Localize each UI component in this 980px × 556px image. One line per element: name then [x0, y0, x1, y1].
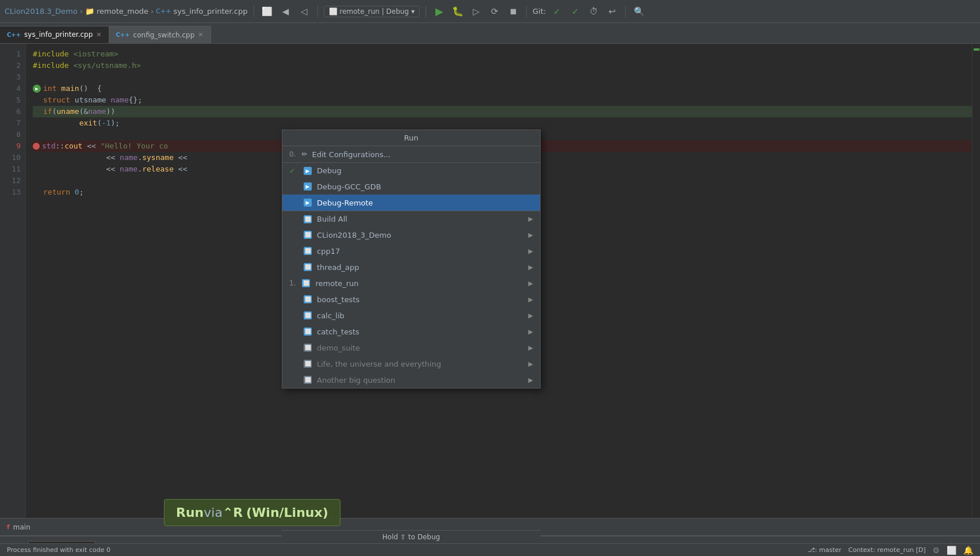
menu-icon-thread-app: ⬜ — [303, 262, 312, 272]
menu-item-debug-remote[interactable]: ▶ Debug-Remote — [282, 195, 540, 211]
menu-icon-boost-tests: ⬜ — [303, 295, 312, 304]
menu-item-debug-gcc[interactable]: ▶ Debug-GCC_GDB — [282, 178, 540, 195]
tooltip-shortcut: ⌃ — [223, 505, 233, 520]
menu-debug-remote-label: Debug-Remote — [317, 199, 373, 207]
calc-lib-arrow-icon: ▶ — [529, 312, 533, 319]
hold-debug-bar: Hold ⇧ to Debug — [282, 530, 541, 543]
menu-item-catch-tests[interactable]: ⬜ catch_tests ▶ — [282, 323, 540, 340]
menu-item-demo-suite[interactable]: ⬜ demo_suite ▶ — [282, 340, 540, 356]
menu-icon-remote-run: ⬜ — [301, 279, 311, 288]
menu-icon-debug: ▶ — [303, 166, 312, 176]
menu-icon-debug-remote: ▶ — [303, 198, 312, 207]
life-universe-arrow-icon: ▶ — [529, 360, 533, 368]
menu-item-calc-lib[interactable]: ⬜ calc_lib ▶ — [282, 307, 540, 323]
arrow-icon: ▶ — [529, 215, 533, 223]
menu-item-boost-tests[interactable]: ⬜ boost_tests ▶ — [282, 291, 540, 307]
tooltip-via: via — [204, 505, 223, 520]
menu-icon-debug-gcc: ▶ — [303, 182, 312, 191]
menu-icon-calc-lib: ⬜ — [303, 311, 312, 320]
dropdown-overlay[interactable]: Run 0. ✏️ Edit Configurations... ✓ ▶ Deb… — [0, 0, 980, 556]
menu-item-thread-app[interactable]: ⬜ thread_app ▶ — [282, 259, 540, 275]
tooltip-platform: (Win/Linux) — [246, 505, 328, 520]
check-icon: ✓ — [289, 167, 298, 175]
menu-item-clion-demo[interactable]: ⬜ CLion2018_3_Demo ▶ — [282, 227, 540, 243]
menu-debug-gcc-label: Debug-GCC_GDB — [317, 182, 381, 191]
run-dropdown-menu: Run 0. ✏️ Edit Configurations... ✓ ▶ Deb… — [282, 130, 541, 389]
another-big-arrow-icon: ▶ — [529, 376, 533, 384]
menu-item-remote-run[interactable]: 1. ⬜ remote_run ▶ — [282, 275, 540, 291]
remote-run-arrow-icon: ▶ — [529, 280, 533, 287]
menu-icon-build-all: ⬜ — [303, 215, 312, 224]
menu-debug-label: Debug — [317, 166, 342, 175]
menu-icon-another-big: ⬜ — [303, 375, 312, 384]
hold-debug-text: Hold ⇧ to Debug — [382, 533, 440, 541]
menu-thread-app-label: thread_app — [317, 263, 359, 272]
tooltip-bar: Run via ⌃ R (Win/Linux) — [164, 499, 340, 526]
menu-item-edit-config[interactable]: 0. ✏️ Edit Configurations... — [282, 146, 540, 162]
menu-remote-run-label: remote_run — [315, 279, 358, 288]
tooltip-key: R — [233, 505, 243, 520]
cpp17-arrow-icon: ▶ — [529, 247, 533, 255]
menu-item-another-big[interactable]: ⬜ Another big question ▶ — [282, 372, 540, 388]
tooltip-run-word: Run — [176, 505, 204, 520]
clion-demo-arrow-icon: ▶ — [529, 231, 533, 239]
thread-app-arrow-icon: ▶ — [529, 264, 533, 271]
menu-demo-suite-label: demo_suite — [317, 344, 360, 352]
menu-icon-demo-suite: ⬜ — [303, 343, 312, 352]
menu-icon-clion-demo: ⬜ — [303, 230, 312, 239]
menu-icon-life-universe: ⬜ — [303, 359, 312, 368]
menu-clion-demo-label: CLion2018_3_Demo — [317, 231, 391, 239]
pencil-icon: ✏️ — [301, 150, 307, 158]
menu-life-universe-label: Life, the universe and everything — [317, 360, 441, 368]
menu-edit-config-label: Edit Configurations... — [312, 150, 391, 159]
menu-cpp17-label: cpp17 — [317, 247, 340, 256]
catch-tests-arrow-icon: ▶ — [529, 328, 533, 336]
menu-calc-lib-label: calc_lib — [317, 311, 344, 320]
menu-item-build-all[interactable]: ⬜ Build All ▶ — [282, 211, 540, 227]
menu-boost-tests-label: boost_tests — [317, 295, 359, 304]
menu-icon-catch-tests: ⬜ — [303, 327, 312, 336]
menu-item-cpp17[interactable]: ⬜ cpp17 ▶ — [282, 243, 540, 259]
boost-tests-arrow-icon: ▶ — [529, 296, 533, 303]
menu-icon-cpp17: ⬜ — [303, 246, 312, 256]
demo-suite-arrow-icon: ▶ — [529, 344, 533, 352]
menu-build-all-label: Build All — [317, 215, 347, 223]
menu-title: Run — [282, 130, 540, 146]
menu-item-life-universe[interactable]: ⬜ Life, the universe and everything ▶ — [282, 356, 540, 372]
menu-another-big-label: Another big question — [317, 376, 395, 384]
menu-item-debug[interactable]: ✓ ▶ Debug — [282, 162, 540, 178]
menu-catch-tests-label: catch_tests — [317, 327, 359, 336]
